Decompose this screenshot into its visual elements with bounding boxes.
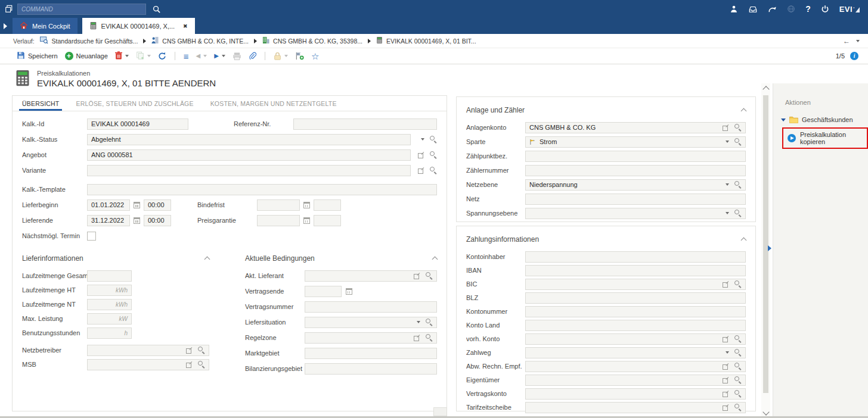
refresh-button[interactable]	[158, 52, 166, 60]
open-record-icon[interactable]	[418, 152, 424, 158]
tab-mein-cockpit[interactable]: Mein Cockpit	[13, 18, 78, 34]
lookup-icon[interactable]	[430, 136, 437, 143]
spannungsebene-input[interactable]	[525, 208, 746, 219]
calendar-icon[interactable]	[346, 288, 352, 295]
scroll-up-icon[interactable]	[762, 86, 769, 92]
open-record-icon[interactable]	[186, 361, 193, 368]
tree-group-geschaeftskunden[interactable]: Geschäftskunden	[781, 116, 868, 123]
tab-uebersicht[interactable]: ÜBERSICHT	[22, 96, 59, 111]
collapse-section-icon[interactable]	[741, 237, 747, 243]
preisgarantie-time-input[interactable]	[314, 215, 341, 226]
calendar-icon[interactable]	[303, 217, 310, 224]
next-record-button[interactable]: ▶	[214, 53, 225, 59]
variante-input[interactable]	[87, 165, 411, 176]
scrollbar-thumb[interactable]	[763, 95, 768, 393]
lookup-icon[interactable]	[734, 335, 742, 342]
kontonummer-input[interactable]	[525, 306, 746, 317]
tree-expander-icon[interactable]	[781, 118, 786, 121]
open-record-icon[interactable]	[723, 404, 729, 411]
bic-input[interactable]	[525, 279, 746, 290]
close-tab-icon[interactable]: ✖	[183, 23, 188, 29]
open-record-icon[interactable]	[414, 335, 420, 341]
tab-record-evikalk[interactable]: EVIKALK 00001469, X,... ✖	[82, 18, 195, 34]
dropdown-icon[interactable]	[421, 138, 424, 141]
inbox-icon[interactable]	[748, 5, 758, 13]
zaehlpunktbez-input[interactable]	[525, 151, 746, 162]
history-back-icon[interactable]: ←	[843, 37, 850, 45]
zahlweg-input[interactable]	[525, 347, 746, 358]
open-record-icon[interactable]	[418, 167, 424, 174]
next-dropdown-icon[interactable]	[222, 55, 225, 57]
redo-icon[interactable]	[768, 5, 777, 13]
eigentuemer-input[interactable]	[525, 375, 746, 386]
lookup-icon[interactable]	[734, 363, 742, 370]
angebot-input[interactable]: ANG 0000581	[87, 149, 411, 161]
scroll-down-icon[interactable]	[762, 408, 769, 415]
netz-input[interactable]	[525, 194, 746, 205]
lookup-icon[interactable]	[430, 167, 437, 174]
delete-dropdown-icon[interactable]	[125, 55, 129, 57]
favorite-star-icon[interactable]: ☆	[311, 52, 319, 61]
zaehlernummer-input[interactable]	[525, 165, 746, 176]
max-leistung-input[interactable]: kW	[87, 313, 132, 325]
add-flag-button[interactable]	[295, 52, 304, 60]
collapse-section-icon[interactable]	[204, 256, 210, 262]
dropdown-icon[interactable]	[726, 183, 729, 186]
open-record-icon[interactable]	[723, 377, 729, 383]
kalk-template-input[interactable]	[87, 184, 437, 195]
lookup-icon[interactable]	[734, 181, 742, 188]
calendar-icon[interactable]	[134, 202, 140, 208]
liefersituation-input[interactable]	[305, 317, 437, 328]
new-record-button[interactable]: + Neuanlage	[65, 52, 108, 60]
sidebar-expander-icon[interactable]	[4, 23, 7, 29]
konto-land-input[interactable]	[525, 320, 746, 331]
lookup-icon[interactable]	[734, 138, 742, 145]
lookup-icon[interactable]	[426, 319, 433, 326]
lieferbeginn-date-input[interactable]: 01.01.2022	[87, 199, 130, 211]
lookup-icon[interactable]	[734, 390, 742, 397]
msb-input[interactable]	[87, 359, 209, 370]
attachment-button[interactable]	[249, 52, 256, 60]
dropdown-icon[interactable]	[726, 351, 729, 354]
lieferende-time-input[interactable]: 00:00	[144, 215, 171, 226]
laufzeitmenge-gesamt-input[interactable]	[87, 270, 132, 282]
action-preiskalkulation-kopieren[interactable]: Preiskalkulation kopieren	[782, 127, 868, 149]
dropdown-icon[interactable]	[726, 141, 729, 143]
lookup-icon[interactable]	[734, 376, 742, 383]
open-record-icon[interactable]	[414, 273, 420, 279]
bindefrist-date-input[interactable]	[257, 199, 300, 211]
menu-icon[interactable]: ≡	[184, 52, 189, 61]
lieferende-date-input[interactable]: 31.12.2022	[87, 215, 130, 226]
collapse-section-icon[interactable]	[741, 108, 747, 114]
save-button[interactable]: Speichern	[17, 51, 58, 61]
abw-rechn-empf-input[interactable]	[525, 361, 746, 372]
laufzeitmenge-nt-input[interactable]: kWh	[87, 299, 132, 310]
panel-splitter-handle[interactable]	[433, 407, 447, 416]
tab-erloese-steuern[interactable]: ERLÖSE, STEUERN UND ZUSCHLÄGE	[76, 96, 193, 111]
dropdown-icon[interactable]	[726, 212, 729, 214]
lookup-icon[interactable]	[198, 347, 205, 354]
bilanzierungsgebiet-input[interactable]	[305, 363, 437, 375]
preisgarantie-date-input[interactable]	[257, 215, 300, 226]
laufzeitmenge-ht-input[interactable]: kWh	[87, 285, 132, 296]
marktgebiet-input[interactable]	[305, 348, 437, 359]
calendar-icon[interactable]	[134, 217, 140, 224]
lookup-icon[interactable]	[734, 349, 742, 356]
lookup-icon[interactable]	[734, 124, 742, 131]
vertragskonto-input[interactable]	[525, 388, 746, 400]
breadcrumb-item-calculation[interactable]: EVIKALK 00001469, X, 01 BIT...	[376, 36, 476, 45]
tab-kosten-margen[interactable]: KOSTEN, MARGEN UND NETZENTGELTE	[210, 96, 337, 111]
search-icon[interactable]	[152, 5, 161, 14]
referenz-nr-input[interactable]	[293, 118, 437, 130]
open-record-icon[interactable]	[723, 336, 729, 342]
netzebene-input[interactable]: Niederspannung	[525, 179, 746, 191]
lookup-icon[interactable]	[734, 404, 742, 411]
dropdown-icon[interactable]	[417, 321, 420, 323]
regelzone-input[interactable]	[305, 332, 437, 344]
calendar-icon[interactable]	[303, 202, 310, 208]
lookup-icon[interactable]	[426, 334, 433, 341]
blz-input[interactable]	[525, 292, 746, 304]
open-record-icon[interactable]	[723, 391, 729, 397]
vertragsnummer-input[interactable]	[305, 301, 437, 313]
open-record-icon[interactable]	[723, 124, 729, 131]
